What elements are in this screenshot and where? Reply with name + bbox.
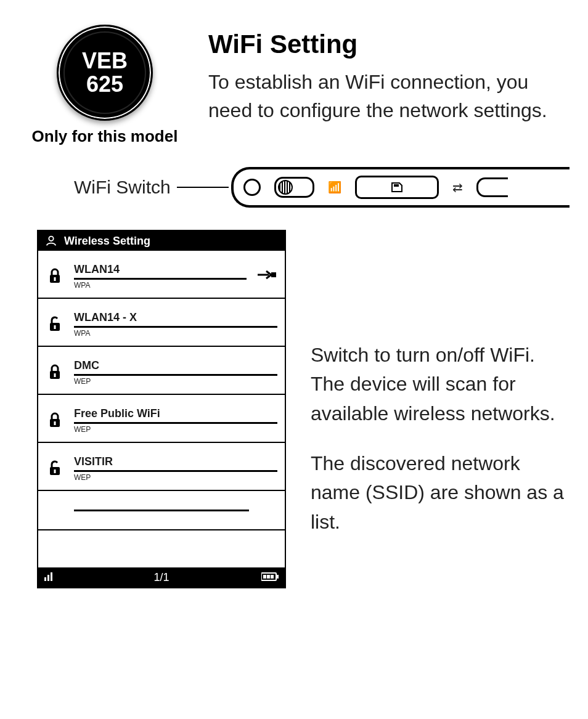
network-row[interactable]: WLAN14 - X WPA [38, 299, 285, 347]
svg-point-1 [49, 237, 53, 241]
ssid-label: DMC [74, 359, 277, 376]
page-title: WiFi Setting [208, 30, 570, 59]
svg-rect-16 [277, 575, 279, 579]
encryption-label: WEP [74, 472, 277, 482]
svg-rect-14 [51, 572, 52, 581]
ssid-label: VISITIR [74, 455, 277, 472]
screen-footer: 1/1 [38, 567, 285, 587]
network-row[interactable]: VISITIR WEP [38, 443, 285, 491]
wifi-switch-label: WiFi Switch [74, 177, 171, 198]
lock-icon [46, 267, 64, 285]
lock-icon [46, 412, 64, 429]
svg-rect-11 [54, 469, 56, 473]
network-list: WLAN14 WPA WLAN14 - X WPA [38, 251, 285, 567]
page-indicator: 1/1 [153, 571, 169, 584]
lock-icon [46, 364, 64, 381]
network-row[interactable]: WLAN14 WPA [38, 251, 285, 299]
svg-rect-18 [267, 575, 270, 579]
encryption-label: WEP [74, 424, 277, 434]
usb-icon: ⇄ [452, 180, 463, 195]
svg-rect-5 [54, 325, 56, 329]
network-row-empty [38, 491, 285, 530]
svg-rect-12 [44, 577, 46, 581]
usb-port-icon [476, 177, 508, 197]
ssid-label: WLAN14 - X [74, 311, 277, 328]
screen-header-title: Wireless Setting [64, 235, 150, 248]
ssid-label: Free Public WiFi [74, 407, 277, 424]
network-row[interactable]: Free Public WiFi WEP [38, 395, 285, 443]
svg-rect-13 [47, 575, 49, 581]
intro-text: To establish an WiFi connection, you nee… [208, 68, 570, 125]
badge-line2: 625 [86, 71, 123, 97]
pointing-hand-icon [256, 268, 277, 284]
device-screen: Wireless Setting WLAN14 WPA [37, 230, 286, 588]
model-badge: VEB 625 [57, 25, 153, 121]
signal-icon [44, 571, 57, 584]
wireless-setting-icon [44, 234, 58, 248]
body-paragraph-2: The discovered network name (SSID) are s… [311, 449, 570, 537]
svg-rect-19 [271, 575, 274, 579]
svg-rect-9 [54, 421, 56, 425]
wifi-switch-diagram: WiFi Switch 📶 ⇄ [74, 167, 570, 208]
network-row[interactable]: DMC WEP [38, 347, 285, 395]
encryption-label: WPA [74, 328, 277, 338]
svg-rect-7 [54, 373, 56, 377]
svg-rect-3 [54, 277, 56, 281]
ssid-label: WLAN14 [74, 263, 247, 280]
svg-rect-17 [263, 575, 266, 579]
unlock-icon [46, 460, 64, 477]
wifi-icon: 📶 [328, 181, 341, 194]
device-side-outline: 📶 ⇄ [231, 167, 570, 208]
leader-line [177, 187, 229, 188]
battery-icon [261, 571, 279, 584]
svg-rect-0 [394, 184, 399, 187]
unlock-icon [46, 315, 64, 333]
sd-slot-icon [355, 176, 439, 199]
model-badge-text: VEB 625 [82, 49, 128, 96]
screen-header: Wireless Setting [38, 231, 285, 251]
badge-line1: VEB [82, 48, 128, 73]
encryption-label: WPA [74, 280, 247, 290]
body-paragraph-1: Switch to turn on/off WiFi. The device w… [311, 341, 570, 428]
network-row-blank [38, 530, 285, 567]
wifi-switch-icon [274, 177, 314, 198]
encryption-label: WEP [74, 376, 277, 386]
lanyard-hole-icon [243, 179, 261, 196]
badge-caption: Only for this model [18, 127, 191, 146]
